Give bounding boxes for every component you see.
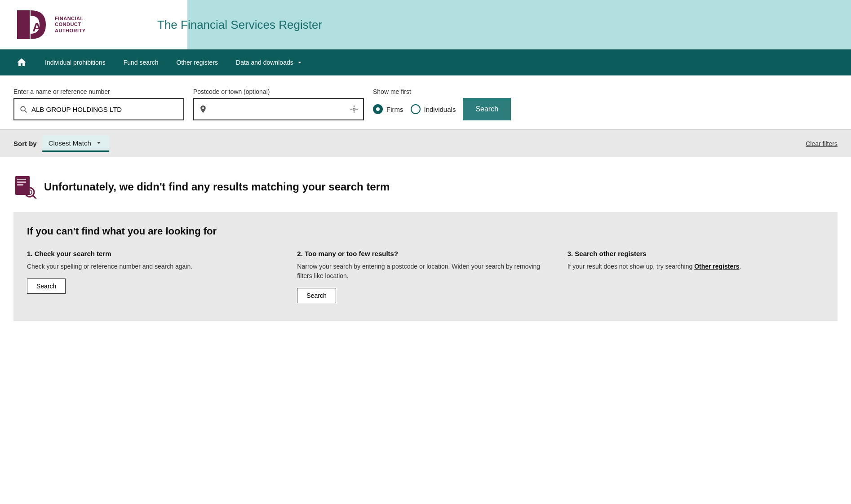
svg-rect-1 [17, 10, 30, 39]
page-title: The Financial Services Register [139, 18, 322, 32]
location-input-wrap [193, 98, 364, 120]
svg-line-9 [33, 195, 36, 199]
search-button[interactable]: Search [463, 98, 511, 120]
search-input[interactable] [13, 98, 184, 120]
name-input-wrap [13, 98, 184, 120]
help-col-1-heading: 1. Check your search term [27, 250, 284, 257]
sort-by-section: Sort by Closest Match [13, 135, 109, 152]
sort-value: Closest Match [49, 139, 91, 147]
nav-item-data-downloads[interactable]: Data and downloads [227, 49, 312, 75]
search-icon [19, 105, 28, 114]
radio-individuals-circle[interactable] [411, 104, 421, 114]
fca-logo: A FINANCIAL CONDUCT AUTHORITY [13, 7, 139, 43]
help-col-3: 3. Search other registers If your result… [567, 250, 824, 303]
no-results-section: Unfortunately, we didn't find any result… [0, 157, 851, 330]
nav-item-fund-search[interactable]: Fund search [115, 49, 168, 75]
fca-emblem-icon: A [13, 7, 49, 43]
help-columns: 1. Check your search term Check your spe… [27, 250, 824, 303]
svg-rect-7 [17, 184, 23, 186]
show-me-first-label: Show me first [373, 88, 511, 95]
radio-firms[interactable]: Firms [373, 104, 403, 114]
fca-text: FINANCIAL CONDUCT AUTHORITY [55, 16, 86, 34]
location-field-group: Postcode or town (optional) [193, 88, 364, 120]
sort-by-label: Sort by [13, 140, 37, 147]
radio-firms-circle[interactable] [373, 104, 383, 114]
clear-filters-button[interactable]: Clear filters [806, 140, 838, 147]
main-nav: Individual prohibitions Fund search Othe… [0, 49, 851, 75]
no-results-icon [13, 175, 37, 199]
name-field-group: Enter a name or reference number [13, 88, 184, 120]
home-nav-icon[interactable] [7, 57, 36, 68]
location-pin-icon [199, 105, 208, 114]
search-section: Enter a name or reference number Postcod… [0, 75, 851, 129]
radio-group: Firms Individuals Search [373, 98, 511, 120]
help-title: If you can't find what you are looking f… [27, 225, 824, 237]
location-label: Postcode or town (optional) [193, 88, 364, 95]
help-col-3-heading: 3. Search other registers [567, 250, 824, 257]
filter-bar: Sort by Closest Match Clear filters [0, 129, 851, 157]
help-search-button-1[interactable]: Search [27, 279, 66, 294]
sort-dropdown[interactable]: Closest Match [42, 135, 109, 152]
chevron-down-icon [296, 59, 303, 66]
help-col-2-heading: 2. Too many or too few results? [297, 250, 554, 257]
location-input[interactable] [193, 98, 364, 120]
help-col-1: 1. Check your search term Check your spe… [27, 250, 284, 303]
svg-text:A: A [32, 20, 41, 34]
svg-point-3 [353, 108, 355, 111]
header: A FINANCIAL CONDUCT AUTHORITY The Financ… [0, 0, 851, 49]
help-box: If you can't find what you are looking f… [13, 212, 838, 321]
help-search-button-2[interactable]: Search [297, 288, 336, 303]
nav-item-other-registers[interactable]: Other registers [167, 49, 227, 75]
name-label: Enter a name or reference number [13, 88, 184, 95]
nav-item-individual-prohibitions[interactable]: Individual prohibitions [36, 49, 115, 75]
svg-rect-5 [17, 179, 26, 180]
show-me-first-section: Show me first Firms Individuals Search [373, 88, 511, 120]
help-col-1-body: Check your spelling or reference number … [27, 262, 284, 271]
no-results-heading: Unfortunately, we didn't find any result… [13, 175, 838, 199]
help-col-2: 2. Too many or too few results? Narrow y… [297, 250, 554, 303]
radio-individuals[interactable]: Individuals [411, 104, 456, 114]
other-registers-link[interactable]: Other registers [694, 263, 739, 270]
help-col-3-body: If your result does not show up, try sea… [567, 262, 824, 271]
sort-chevron-icon [95, 139, 103, 147]
no-results-text: Unfortunately, we didn't find any result… [44, 181, 390, 193]
location-target-icon[interactable] [350, 105, 359, 114]
svg-rect-6 [17, 181, 26, 183]
help-col-2-body: Narrow your search by entering a postcod… [297, 262, 554, 281]
